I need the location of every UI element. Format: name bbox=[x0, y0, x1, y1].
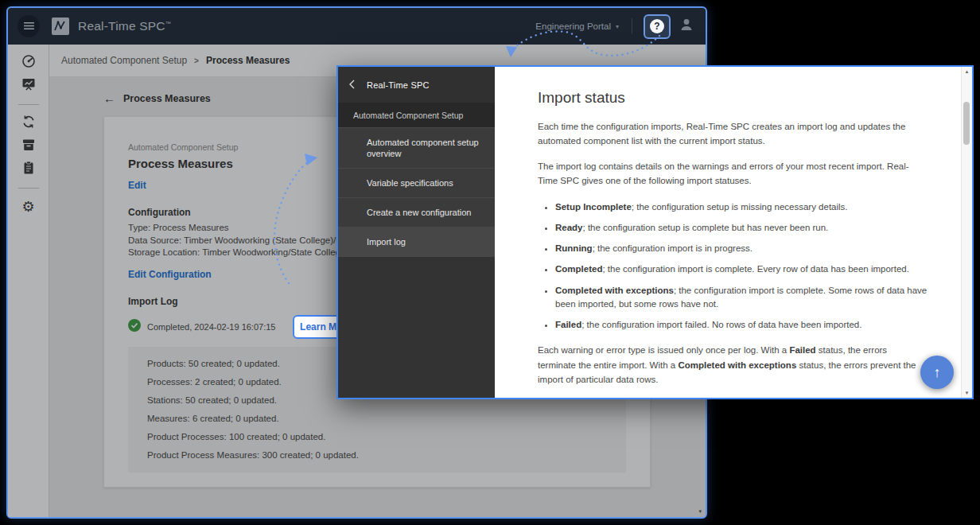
help-paragraph-outro: Each warning or error type is issued onl… bbox=[538, 343, 924, 387]
help-nav-item[interactable]: Create a new configuration bbox=[338, 197, 495, 227]
import-status-list: Setup Incomplete; the configuration setu… bbox=[538, 200, 929, 332]
scrollbar-down-icon[interactable]: ▼ bbox=[962, 391, 972, 395]
scrollbar-thumb[interactable] bbox=[963, 102, 970, 145]
help-nav-title: Real-Time SPC bbox=[367, 80, 430, 90]
chevron-left-icon bbox=[348, 78, 355, 92]
help-paragraph-intro-2: The import log contains details on the w… bbox=[538, 159, 924, 189]
help-article: Import status Each time the configuratio… bbox=[495, 67, 972, 398]
help-icon: ? bbox=[650, 19, 664, 33]
help-nav-item[interactable]: Import log bbox=[338, 227, 495, 256]
help-nav-back[interactable]: Real-Time SPC bbox=[338, 67, 495, 103]
help-nav-item[interactable]: Variable specifications bbox=[338, 168, 495, 197]
help-article-title: Import status bbox=[538, 89, 929, 107]
help-nav: Real-Time SPC Automated Component Setup … bbox=[338, 67, 495, 398]
import-status-item: Completed with exceptions; the configura… bbox=[555, 284, 929, 312]
help-panel: Real-Time SPC Automated Component Setup … bbox=[336, 65, 974, 399]
screen: Real-Time SPC™ Engineering Portal ▾ ? bbox=[0, 0, 980, 525]
import-status-item: Completed; the configuration import is c… bbox=[555, 262, 929, 276]
help-button[interactable]: ? bbox=[644, 14, 671, 39]
help-paragraph-intro-1: Each time the configuration imports, Rea… bbox=[538, 119, 924, 149]
import-status-item: Ready; the configuration setup is comple… bbox=[555, 221, 929, 235]
help-nav-items: Automated component setup overview Varia… bbox=[338, 127, 495, 256]
import-status-item: Running; the configuration import is in … bbox=[555, 242, 929, 255]
scrollbar-up-icon[interactable]: ▲ bbox=[962, 69, 972, 74]
import-status-item: Setup Incomplete; the configuration setu… bbox=[555, 200, 929, 214]
help-nav-filler bbox=[338, 256, 495, 398]
arrow-up-icon: ↑ bbox=[934, 364, 941, 381]
help-scrollbar[interactable]: ▲ ▼ bbox=[961, 67, 972, 398]
import-status-item: Failed; the configuration import failed.… bbox=[555, 318, 929, 332]
scroll-to-top-button[interactable]: ↑ bbox=[920, 356, 954, 389]
help-nav-section: Automated Component Setup bbox=[338, 103, 495, 127]
help-nav-item[interactable]: Automated component setup overview bbox=[338, 127, 495, 168]
